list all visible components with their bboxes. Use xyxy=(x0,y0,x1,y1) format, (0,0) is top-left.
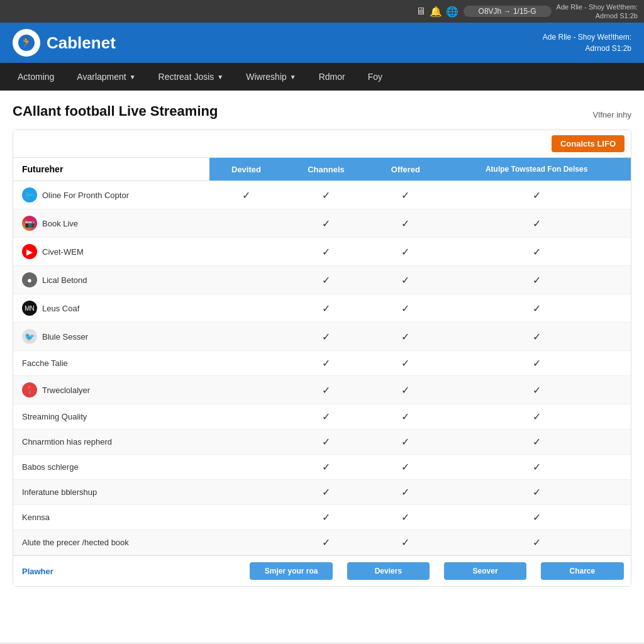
nav-item-actoming[interactable]: Actoming xyxy=(6,63,65,91)
check-col-4: ✓ xyxy=(442,404,631,430)
check-col-2: ✓ xyxy=(283,351,369,376)
check-col-4: ✓ xyxy=(442,505,631,530)
page-title: CAllant football Live Streaming xyxy=(13,103,218,119)
feature-label: Book Live xyxy=(42,219,78,228)
check-col-3: ✓ xyxy=(369,404,443,430)
page-title-row: CAllant football Live Streaming Vlfner i… xyxy=(13,103,631,119)
feature-icon: 🐦 xyxy=(22,187,37,203)
feature-cell: Alute the precer /hected book xyxy=(13,530,209,555)
check-col-2: ✓ xyxy=(283,430,369,455)
feature-label: Babos schlerge xyxy=(22,462,79,472)
table-row: 📍Trweclolalyer✓✓✓ xyxy=(13,376,631,404)
check-col-3: ✓ xyxy=(369,294,443,323)
feature-icon: 🐦 xyxy=(22,329,37,344)
footer-btn-deviers[interactable]: Deviers xyxy=(347,562,430,580)
feature-icon: ▶ xyxy=(22,244,37,259)
check-col-4: ✓ xyxy=(442,480,631,505)
table-row: Kennsa✓✓✓ xyxy=(13,505,631,530)
check-col-1: ✓ xyxy=(209,181,284,209)
feature-cell: 🐦Oline For Pronth Coptor xyxy=(13,181,209,209)
check-col-4: ✓ xyxy=(442,181,631,209)
table-row: Babos schlerge✓✓✓ xyxy=(13,455,631,480)
feature-label: Chnarmtion hias repherd xyxy=(22,437,112,447)
chevron-down-icon: ▼ xyxy=(290,74,296,80)
feature-label: Civet-WEM xyxy=(42,247,84,257)
browser-user: Ade Rlie - Shoy Wet!them: Adrnod S1:2b xyxy=(557,3,638,21)
logo-text: Cablenet xyxy=(47,33,116,53)
check-col-2: ✓ xyxy=(283,480,369,505)
check-col-2: ✓ xyxy=(283,294,369,323)
table-row: Streaming Quality✓✓✓ xyxy=(13,404,631,430)
check-col-1 xyxy=(209,238,284,266)
table-row: Chnarmtion hias repherd✓✓✓ xyxy=(13,430,631,455)
check-col-2: ✓ xyxy=(283,181,369,209)
check-col-3: ✓ xyxy=(369,480,443,505)
browser-icons: 🖥 🔔 🌐 xyxy=(416,6,458,18)
feature-table: Futureher Devited Channels Offered Atulp… xyxy=(13,158,631,555)
col-header-channels: Channels xyxy=(283,158,369,181)
check-col-4: ✓ xyxy=(442,238,631,266)
table-row: 📷Book Live✓✓✓ xyxy=(13,209,631,238)
check-col-1 xyxy=(209,376,284,404)
page-content: CAllant football Live Streaming Vlfner i… xyxy=(0,91,644,643)
check-col-2: ✓ xyxy=(283,209,369,238)
subtitle-text: Vlfner inhy xyxy=(593,110,631,119)
chevron-down-icon: ▼ xyxy=(130,74,136,80)
browser-icon-1: 🖥 xyxy=(416,6,426,17)
footer-btn-charce[interactable]: Charce xyxy=(541,562,624,580)
site-nav: Actoming Avarlapment ▼ Rectreat Josis ▼ … xyxy=(0,63,644,91)
col-header-devited: Devited xyxy=(209,158,284,181)
check-col-4: ✓ xyxy=(442,455,631,480)
check-col-2: ✓ xyxy=(283,266,369,294)
check-col-4: ✓ xyxy=(442,323,631,351)
nav-item-avarlapment[interactable]: Avarlapment ▼ xyxy=(65,63,147,91)
check-col-4: ✓ xyxy=(442,351,631,376)
feature-cell: Chnarmtion hias repherd xyxy=(13,430,209,455)
col-header-feature: Futureher xyxy=(13,158,209,181)
check-col-3: ✓ xyxy=(369,505,443,530)
check-col-1 xyxy=(209,266,284,294)
feature-icon: 📷 xyxy=(22,216,37,231)
footer-btn-smjer[interactable]: Smjer your roa xyxy=(250,562,333,580)
check-col-1 xyxy=(209,480,284,505)
check-col-1 xyxy=(209,455,284,480)
feature-label: Lical Betond xyxy=(42,275,87,285)
check-col-3: ✓ xyxy=(369,376,443,404)
feature-cell: ●Lical Betond xyxy=(13,266,209,294)
check-col-2: ✓ xyxy=(283,376,369,404)
feature-icon: MN xyxy=(22,301,37,316)
col-header-offered: Offered xyxy=(369,158,443,181)
logo-area: 🏃 Cablenet xyxy=(13,29,116,57)
footer-btn-seover[interactable]: Seover xyxy=(444,562,527,580)
compare-button[interactable]: Conalcts LIFO xyxy=(552,135,625,152)
feature-cell: Kennsa xyxy=(13,505,209,530)
browser-icon-3: 🌐 xyxy=(446,6,458,18)
nav-item-rdmor[interactable]: Rdmor xyxy=(308,63,357,91)
check-col-4: ✓ xyxy=(442,376,631,404)
check-col-1 xyxy=(209,430,284,455)
feature-label: Leus Coaf xyxy=(42,304,79,313)
footer-btn-3: Seover xyxy=(437,556,534,586)
check-col-2: ✓ xyxy=(283,530,369,555)
footer-btn-1: Smjer your roa xyxy=(243,556,340,586)
feature-label: Inferatune bblershup xyxy=(22,487,97,497)
feature-cell: Babos schlerge xyxy=(13,455,209,480)
nav-item-foy[interactable]: Foy xyxy=(357,63,394,91)
check-col-2: ✓ xyxy=(283,455,369,480)
feature-label: Oline For Pronth Coptor xyxy=(42,191,129,200)
check-col-1 xyxy=(209,209,284,238)
table-row: MNLeus Coaf✓✓✓ xyxy=(13,294,631,323)
check-col-2: ✓ xyxy=(283,238,369,266)
feature-icon: ● xyxy=(22,272,37,287)
nav-item-wiwreship[interactable]: Wiwreship ▼ xyxy=(235,63,307,91)
check-col-2: ✓ xyxy=(283,323,369,351)
feature-cell: 🐦Blule Sesser xyxy=(13,323,209,351)
table-row: 🐦Blule Sesser✓✓✓ xyxy=(13,323,631,351)
check-col-4: ✓ xyxy=(442,430,631,455)
nav-item-rectreat[interactable]: Rectreat Josis ▼ xyxy=(147,63,235,91)
footer-btn-4: Charce xyxy=(534,556,631,586)
check-col-4: ✓ xyxy=(442,294,631,323)
check-col-1 xyxy=(209,323,284,351)
footer-label[interactable]: Plawher xyxy=(13,560,243,582)
feature-cell: Facche Talie xyxy=(13,351,209,376)
